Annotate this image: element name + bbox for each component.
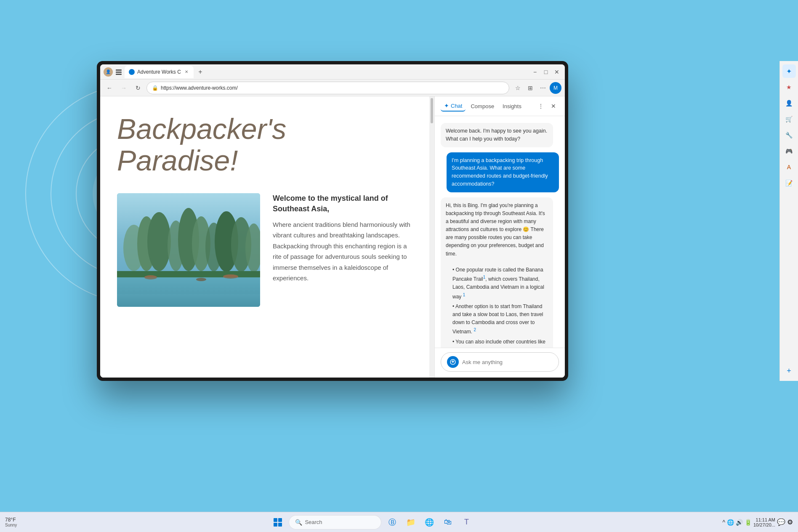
svg-rect-16	[117, 271, 260, 277]
landscape-visual	[117, 193, 260, 307]
sidebar-notes-icon[interactable]: 📝	[782, 176, 796, 190]
webpage-body: Welcome to the mystical land of Southeas…	[100, 193, 429, 319]
tab-insights[interactable]: Insights	[499, 101, 525, 111]
sidebar-add-btn[interactable]: +	[782, 364, 796, 378]
user-message: I'm planning a backpacking trip through …	[447, 152, 559, 192]
taskbar-bing-icon[interactable]: Ⓑ	[385, 515, 400, 530]
tab-compose[interactable]: Compose	[467, 101, 497, 111]
network-icon[interactable]: 🌐	[727, 519, 734, 526]
collections-button[interactable]: ⊞	[524, 82, 536, 94]
copilot-more-button[interactable]: ⋮	[535, 101, 546, 112]
taskbar: 78°F Sunny 🔍 Search Ⓑ 📁 🌐 🛍 T ^ 🌐 🔊	[0, 512, 798, 532]
taskbar-search[interactable]: 🔍 Search	[289, 515, 381, 529]
address-bar[interactable]: 🔒 https://www.adventure-works.com/	[146, 82, 509, 94]
chevron-icon[interactable]: ^	[722, 519, 725, 526]
settings-icon[interactable]: ⚙	[787, 518, 793, 526]
taskbar-system-tray: ^ 🌐 🔊 🔋 11:11 AM 10/27/20... 💬 ⚙	[722, 517, 798, 527]
tab-chat[interactable]: ✦ Chat	[441, 101, 466, 112]
search-placeholder: Search	[305, 519, 322, 525]
window-controls: − □ ✕	[530, 67, 561, 77]
destination-image	[117, 193, 260, 307]
maximize-button[interactable]: □	[541, 67, 551, 77]
sidebar-add-icon[interactable]: +	[782, 364, 796, 378]
chat-messages[interactable]: Welcome back. I'm happy to see you again…	[435, 116, 565, 348]
chat-input-area	[435, 348, 565, 378]
webpage-subtitle: Welcome to the mystical land of Southeas…	[273, 193, 412, 214]
svg-rect-2	[116, 72, 122, 73]
sidebar-games-icon[interactable]: 🎮	[782, 144, 796, 158]
tab-chat-label: Chat	[451, 103, 462, 109]
tab-compose-label: Compose	[471, 103, 494, 109]
sidebar-copilot-icon[interactable]: ✦	[782, 64, 796, 78]
active-tab[interactable]: Adventure Works C ✕	[125, 66, 194, 78]
sidebar-collections-icon[interactable]: ★	[782, 80, 796, 94]
hero-line2: Paradise!	[117, 144, 238, 176]
profile-button[interactable]: M	[550, 82, 561, 94]
sidebar-tools-icon[interactable]: 🔧	[782, 128, 796, 142]
hero-section: Backpacker's Paradise!	[100, 96, 429, 193]
browser-navbar: ← → ↻ 🔒 https://www.adventure-works.com/…	[100, 80, 565, 96]
tab-title: Adventure Works C	[137, 69, 181, 75]
lock-icon: 🔒	[152, 85, 158, 91]
battery-icon[interactable]: 🔋	[745, 519, 752, 526]
hero-line1: Backpacker's	[117, 113, 286, 145]
start-button[interactable]	[270, 515, 285, 530]
bullet-3: • You can also include other countries l…	[452, 338, 548, 348]
windows-logo	[274, 518, 282, 527]
notification-icon[interactable]: 💬	[777, 518, 785, 526]
tab-close-btn[interactable]: ✕	[184, 69, 189, 75]
webpage-description: Where ancient traditions blend harmoniou…	[273, 219, 412, 284]
user-text: I'm planning a backpacking trip through …	[452, 157, 548, 187]
browser-content: Backpacker's Paradise!	[100, 96, 565, 378]
copilot-header-actions: ⋮ ✕	[535, 101, 559, 112]
svg-point-7	[147, 212, 171, 271]
laptop-browser: 👤 Adventure Works C ✕ + − □ ✕ ← →	[97, 61, 568, 381]
nav-action-buttons: ☆ ⊞ ⋯ M	[512, 82, 561, 94]
temperature: 78°F	[5, 517, 17, 523]
svg-rect-20	[117, 277, 260, 294]
volume-icon[interactable]: 🔊	[736, 519, 743, 526]
refresh-button[interactable]: ↻	[132, 82, 144, 94]
favorites-button[interactable]: ☆	[512, 82, 524, 94]
scrollbar[interactable]	[429, 96, 434, 378]
close-button[interactable]: ✕	[552, 67, 561, 77]
scroll-thumb[interactable]	[431, 98, 433, 123]
back-button[interactable]: ←	[104, 82, 115, 94]
response-intro: Hi, this is Bing. I'm glad you're planni…	[446, 202, 548, 258]
taskbar-weather-widget[interactable]: 78°F Sunny	[0, 517, 22, 527]
sidebar-shopping-icon[interactable]: 🛒	[782, 112, 796, 126]
copilot-input-icon	[447, 356, 459, 368]
weather-condition: Sunny	[5, 523, 17, 527]
bullet-1: • One popular route is called the Banana…	[452, 266, 548, 301]
new-tab-button[interactable]: +	[195, 67, 205, 77]
tab-insights-label: Insights	[503, 103, 521, 109]
taskbar-store-icon[interactable]: 🛍	[440, 515, 455, 530]
taskbar-teams-icon[interactable]: T	[459, 515, 474, 530]
minimize-button[interactable]: −	[530, 67, 540, 77]
time-display: 11:11 AM	[753, 517, 775, 522]
chat-input-box[interactable]	[441, 352, 559, 372]
taskbar-edge-icon[interactable]: 🌐	[422, 515, 437, 530]
forward-button[interactable]: →	[118, 82, 130, 94]
copilot-header: ✦ Chat Compose Insights ⋮ ✕	[435, 96, 565, 116]
tab-favicon	[129, 69, 135, 75]
date-display: 10/27/20...	[753, 522, 775, 527]
webpage-text: Welcome to the mystical land of Southeas…	[273, 193, 412, 307]
sidebar-toggle-btn[interactable]	[114, 68, 123, 76]
win-sq-4	[278, 523, 282, 527]
copilot-close-button[interactable]: ✕	[548, 101, 559, 112]
taskbar-files-icon[interactable]: 📁	[403, 515, 418, 530]
search-icon: 🔍	[295, 519, 302, 526]
taskbar-clock[interactable]: 11:11 AM 10/27/20...	[753, 517, 775, 527]
win-sq-3	[274, 523, 277, 527]
sidebar-profile-icon[interactable]: 👤	[782, 96, 796, 110]
svg-rect-1	[116, 69, 122, 71]
chat-input-field[interactable]	[462, 359, 553, 365]
browser-titlebar: 👤 Adventure Works C ✕ + − □ ✕	[100, 64, 565, 80]
sidebar-translate-icon[interactable]: A	[782, 160, 796, 174]
extensions-button[interactable]: ⋯	[537, 82, 549, 94]
sys-tray-icons: ^ 🌐 🔊 🔋	[722, 519, 752, 526]
url-text: https://www.adventure-works.com/	[161, 85, 238, 91]
svg-rect-3	[116, 74, 122, 75]
win-sq-2	[278, 518, 282, 522]
